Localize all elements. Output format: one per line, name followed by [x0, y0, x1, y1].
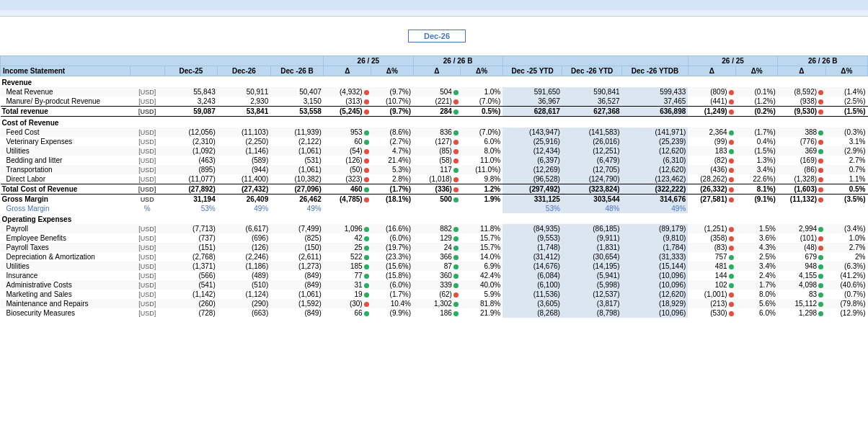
green-dot [729, 149, 734, 154]
green-dot [364, 236, 369, 241]
col-dec26: Dec-26 [218, 66, 271, 76]
red-dot [729, 292, 734, 298]
red-dot [729, 236, 734, 241]
month-input[interactable] [408, 30, 466, 43]
col-dec26b: Dec -26 B [270, 66, 324, 76]
red-dot [729, 246, 734, 251]
green-dot [453, 274, 459, 279]
red-dot [729, 311, 734, 316]
red-dot [729, 177, 734, 182]
green-dot [818, 130, 823, 135]
red-dot [729, 197, 734, 202]
header-section [0, 0, 868, 10]
green-dot [453, 255, 459, 260]
red-dot [729, 99, 734, 104]
red-dot [453, 292, 459, 298]
col-delta2: Δ [413, 66, 461, 76]
green-dot [453, 264, 459, 269]
red-dot [818, 90, 823, 95]
col-ytd-pct2: Δ% [825, 66, 867, 76]
col-ytd-pct1: Δ% [736, 66, 778, 76]
green-dot [364, 246, 369, 251]
green-dot [818, 274, 823, 279]
col-ytd26b: Dec -26 YTDB [622, 66, 688, 76]
green-dot [818, 255, 823, 260]
green-dot [364, 274, 369, 279]
red-dot [364, 158, 369, 164]
red-dot [818, 99, 823, 104]
green-dot [453, 283, 459, 288]
col-income-statement: Income Statement [1, 66, 130, 76]
green-dot [729, 264, 734, 269]
green-dot [453, 110, 459, 115]
col-ytd25: Dec -25 YTD [502, 66, 562, 76]
green-dot [818, 227, 823, 232]
green-dot [364, 255, 369, 260]
red-dot [729, 187, 734, 192]
col-ytd-delta2: Δ [778, 66, 825, 76]
red-dot [364, 302, 369, 307]
green-dot [453, 302, 459, 307]
group-header-row: 26 / 25 26 / 26 B 26 / 25 26 / 26 B [1, 56, 868, 66]
col-ytd-delta1: Δ [688, 66, 735, 76]
green-dot [364, 264, 369, 269]
green-dot [364, 311, 369, 316]
red-dot [818, 246, 823, 251]
red-dot [729, 90, 734, 95]
green-dot [364, 283, 369, 288]
notice-bar [0, 10, 868, 17]
red-dot [818, 158, 823, 164]
green-dot [818, 283, 823, 288]
green-dot [729, 274, 734, 279]
col-header-row: Income Statement Dec-25 Dec-26 Dec -26 B… [1, 66, 868, 76]
red-dot [818, 140, 823, 145]
green-dot [364, 140, 369, 145]
red-dot [364, 110, 369, 115]
group-2626b: 26 / 26 B [413, 56, 502, 66]
green-dot [364, 187, 369, 192]
green-dot [453, 236, 459, 241]
red-dot [453, 187, 459, 192]
red-dot [729, 302, 734, 307]
green-dot [818, 311, 823, 316]
red-dot [818, 110, 823, 115]
red-dot [364, 149, 369, 154]
red-dot [364, 197, 369, 202]
group-2625: 26 / 25 [324, 56, 413, 66]
green-dot [453, 168, 459, 173]
financial-table: 26 / 25 26 / 26 B 26 / 25 26 / 26 B Inco… [0, 55, 868, 318]
red-dot [364, 99, 369, 104]
red-dot [818, 177, 823, 182]
red-dot [818, 197, 823, 202]
green-dot [729, 130, 734, 135]
red-dot [729, 168, 734, 173]
month-selector [0, 24, 868, 48]
green-dot [729, 283, 734, 288]
col-pct1: Δ% [371, 66, 413, 76]
red-dot [453, 140, 459, 145]
green-dot [818, 302, 823, 307]
col-unit [130, 66, 164, 76]
red-dot [453, 177, 459, 182]
red-dot [818, 187, 823, 192]
col-delta1: Δ [324, 66, 371, 76]
green-dot [453, 227, 459, 232]
green-dot [453, 90, 459, 95]
red-dot [453, 99, 459, 104]
red-dot [364, 168, 369, 173]
green-dot [818, 292, 823, 298]
green-dot [453, 246, 459, 251]
red-dot [818, 236, 823, 241]
green-dot [453, 197, 459, 202]
group-ytd-2625: 26 / 25 [688, 56, 778, 66]
green-dot [364, 130, 369, 135]
red-dot [453, 149, 459, 154]
red-dot [729, 158, 734, 164]
green-dot [729, 255, 734, 260]
red-dot [729, 110, 734, 115]
green-dot [453, 311, 459, 316]
red-dot [453, 158, 459, 164]
green-dot [364, 292, 369, 298]
red-dot [364, 90, 369, 95]
col-pct2: Δ% [461, 66, 502, 76]
